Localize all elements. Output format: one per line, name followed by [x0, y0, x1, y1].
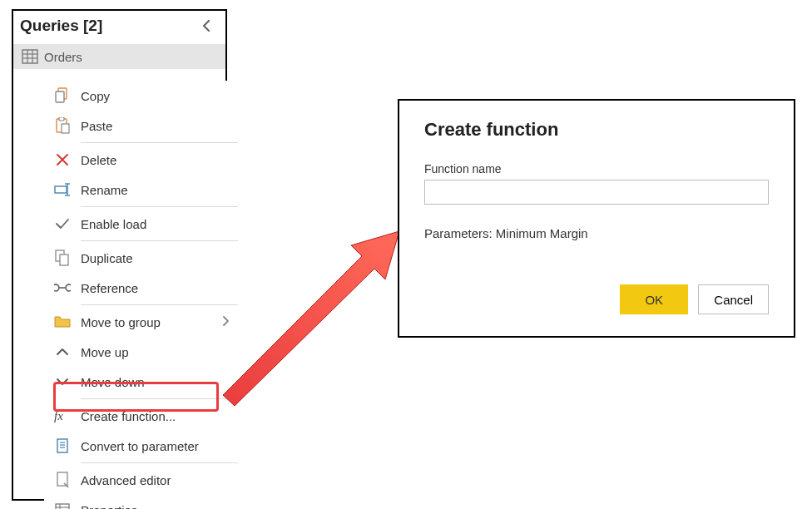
menu-label: Advanced editor — [81, 473, 233, 487]
svg-text:fx: fx — [54, 409, 63, 423]
function-name-label: Function name — [424, 162, 769, 175]
chevron-up-icon — [51, 348, 74, 356]
menu-advanced-editor[interactable]: Advanced editor — [44, 465, 238, 495]
menu-label: Move down — [81, 375, 233, 389]
chevron-left-icon — [202, 20, 212, 32]
menu-divider — [81, 142, 238, 143]
menu-divider — [81, 206, 238, 207]
paste-icon — [51, 117, 74, 134]
menu-create-function[interactable]: fx Create function... — [44, 401, 238, 431]
function-name-input[interactable] — [424, 180, 769, 205]
svg-rect-18 — [57, 439, 67, 452]
menu-label: Rename — [81, 183, 233, 197]
queries-panel: Queries [2] Orders Copy Paste — [12, 9, 227, 501]
menu-label: Convert to parameter — [81, 439, 233, 453]
svg-rect-23 — [56, 504, 69, 509]
panel-header: Queries [2] — [13, 11, 225, 44]
chevron-down-icon — [51, 378, 74, 386]
menu-label: Move up — [81, 345, 233, 359]
menu-divider — [81, 240, 238, 241]
menu-label: Delete — [81, 153, 233, 167]
svg-rect-8 — [59, 117, 64, 121]
menu-divider — [81, 398, 238, 399]
svg-rect-9 — [62, 124, 69, 133]
check-icon — [51, 218, 74, 230]
copy-icon — [51, 87, 74, 104]
menu-label: Create function... — [81, 409, 233, 423]
menu-duplicate[interactable]: Duplicate — [44, 243, 238, 273]
menu-label: Copy — [81, 89, 233, 103]
menu-enable-load[interactable]: Enable load — [44, 209, 238, 239]
cancel-button[interactable]: Cancel — [698, 284, 769, 314]
dialog-title: Create function — [424, 119, 769, 141]
menu-label: Paste — [81, 119, 233, 133]
menu-move-to-group[interactable]: Move to group — [44, 307, 238, 337]
folder-icon — [51, 315, 74, 329]
delete-icon — [51, 153, 74, 166]
menu-delete[interactable]: Delete — [44, 145, 238, 175]
context-menu: Copy Paste Delete Rename Ena — [44, 81, 238, 509]
menu-divider — [81, 462, 238, 463]
menu-divider — [81, 304, 238, 305]
svg-rect-10 — [55, 186, 67, 193]
menu-rename[interactable]: Rename — [44, 175, 238, 205]
advanced-editor-icon — [51, 472, 74, 488]
menu-copy[interactable]: Copy — [44, 81, 238, 111]
menu-convert-to-parameter[interactable]: Convert to parameter — [44, 431, 238, 461]
menu-label: Move to group — [81, 315, 222, 329]
menu-label: Properties... — [81, 503, 233, 510]
parameter-icon — [51, 438, 74, 453]
query-item-orders[interactable]: Orders — [13, 44, 225, 69]
svg-rect-15 — [60, 254, 68, 265]
create-function-dialog: Create function Function name Parameters… — [398, 99, 795, 338]
chevron-right-icon — [222, 314, 230, 329]
table-icon — [19, 49, 41, 64]
svg-rect-22 — [57, 472, 67, 486]
ok-button[interactable]: OK — [620, 284, 688, 314]
fx-icon: fx — [51, 409, 74, 423]
dialog-buttons: OK Cancel — [620, 284, 769, 314]
menu-properties[interactable]: Properties... — [44, 495, 238, 509]
menu-move-down[interactable]: Move down — [44, 367, 238, 397]
duplicate-icon — [51, 250, 74, 266]
parameters-label: Parameters: Minimum Margin — [424, 226, 769, 240]
query-label: Orders — [44, 50, 82, 64]
menu-move-up[interactable]: Move up — [44, 337, 238, 367]
arrow-annotation — [216, 216, 408, 408]
collapse-button[interactable] — [197, 16, 217, 36]
rename-icon — [51, 183, 74, 196]
menu-label: Duplicate — [81, 251, 233, 265]
svg-rect-6 — [56, 91, 64, 102]
svg-rect-0 — [22, 50, 37, 63]
properties-icon — [51, 503, 74, 509]
menu-paste[interactable]: Paste — [44, 111, 238, 141]
menu-label: Enable load — [81, 217, 233, 231]
reference-icon — [51, 282, 74, 294]
menu-label: Reference — [81, 281, 233, 295]
menu-reference[interactable]: Reference — [44, 273, 238, 303]
panel-title: Queries [2] — [20, 17, 102, 35]
